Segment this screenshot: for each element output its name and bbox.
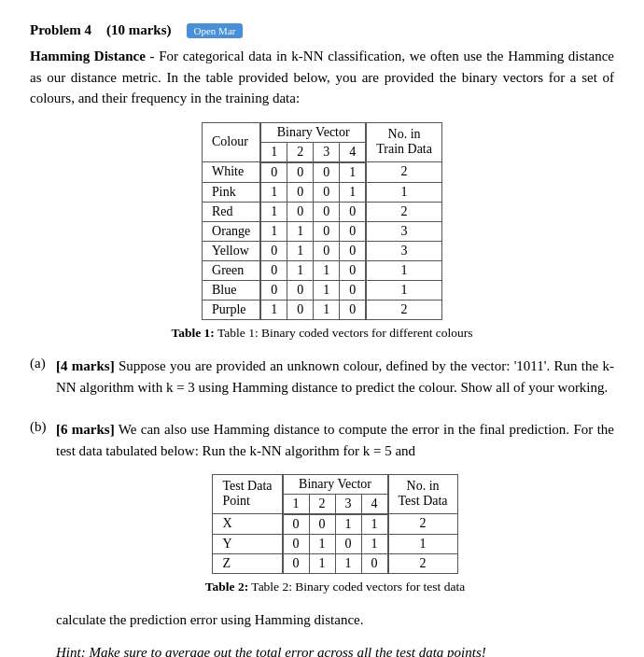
table-row: Purple 1 0 1 0 2 xyxy=(203,300,442,319)
part-a-letter: (a) xyxy=(30,356,49,411)
bv-col3: 3 xyxy=(314,142,340,162)
parts-list: (a) [4 marks] Suppose you are provided a… xyxy=(30,356,614,658)
part-a-marks: [4 marks] xyxy=(56,358,115,373)
bv-col4: 4 xyxy=(340,142,367,162)
table-row: Pink 1 0 0 1 1 xyxy=(203,182,442,202)
open-marker: Open Mar xyxy=(187,23,244,38)
table-row: Red 1 0 0 0 2 xyxy=(203,202,442,221)
part-a-text: [4 marks] Suppose you are provided an un… xyxy=(56,356,614,399)
marks-label: (10 marks) xyxy=(106,22,172,38)
table-row: Green 0 1 1 0 1 xyxy=(203,260,442,280)
table1: Colour Binary Vector No. inTrain Data 1 … xyxy=(202,122,442,320)
part-b-content: [6 marks] We can also use Hamming distan… xyxy=(56,419,614,657)
bv-col2: 2 xyxy=(287,142,314,162)
table1-wrap: Colour Binary Vector No. inTrain Data 1 … xyxy=(30,122,614,320)
table1-caption: Table 1: Table 1: Binary coded vectors f… xyxy=(30,326,614,341)
hint-text: Hint: Make sure to average out the total… xyxy=(56,642,614,657)
col-binary-vector: Binary Vector xyxy=(260,122,366,142)
col-train: No. inTrain Data xyxy=(366,122,441,162)
table-row: Orange 1 1 0 0 3 xyxy=(203,221,442,241)
table-row: Y 0 1 0 1 1 xyxy=(213,534,457,553)
calculate-text: calculate the prediction error using Ham… xyxy=(56,609,614,631)
hint-underline: average out the total error across all t… xyxy=(165,645,486,657)
part-a: (a) [4 marks] Suppose you are provided a… xyxy=(30,356,614,411)
table2-caption: Table 2: Table 2: Binary coded vectors f… xyxy=(56,580,614,594)
problem-title: Problem 4 xyxy=(30,22,91,38)
table2-wrap: Test DataPoint Binary Vector No. inTest … xyxy=(56,474,614,574)
bv-col1: 1 xyxy=(260,142,287,162)
table-row: X 0 0 1 1 2 xyxy=(213,514,457,535)
table2: Test DataPoint Binary Vector No. inTest … xyxy=(212,474,457,574)
table1-header: Colour Binary Vector No. inTrain Data xyxy=(203,122,442,142)
col-colour: Colour xyxy=(203,122,261,162)
part-b: (b) [6 marks] We can also use Hamming di… xyxy=(30,419,614,657)
table-row: Yellow 0 1 0 0 3 xyxy=(203,241,442,260)
problem-header: Problem 4 (10 marks) Open Mar xyxy=(30,22,614,38)
table-row: Z 0 1 1 0 2 xyxy=(213,553,457,573)
part-b-text: [6 marks] We can also use Hamming distan… xyxy=(56,419,614,463)
part-b-letter: (b) xyxy=(30,419,49,657)
term-bold: Hamming Distance xyxy=(30,49,146,63)
table-row: Blue 0 0 1 0 1 xyxy=(203,280,442,300)
table-row: White 0 0 0 1 2 xyxy=(203,162,442,183)
part-b-marks: [6 marks] xyxy=(56,422,115,437)
table2-header: Test DataPoint Binary Vector No. inTest … xyxy=(213,474,457,494)
intro-paragraph: Hamming Distance - For categorical data … xyxy=(30,46,614,109)
